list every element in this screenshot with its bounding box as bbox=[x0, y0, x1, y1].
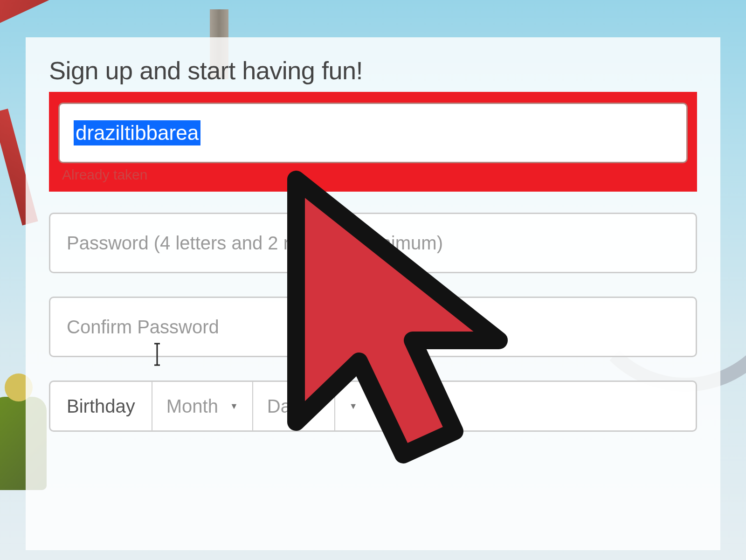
birthday-year-select[interactable]: ▼ bbox=[335, 382, 372, 430]
password-input[interactable]: Password (4 letters and 2 numbers minimu… bbox=[49, 213, 697, 273]
birthday-month-select[interactable]: Month ▼ bbox=[152, 382, 253, 430]
username-highlight-box: draziltibbarea Already taken bbox=[49, 92, 697, 192]
username-error-message: Already taken bbox=[58, 167, 688, 183]
birthday-day-label: Day bbox=[267, 396, 300, 417]
confirm-password-input[interactable]: Confirm Password bbox=[49, 297, 697, 357]
birthday-row: Birthday Month ▼ Day ▼ ▼ bbox=[49, 380, 697, 432]
birthday-label: Birthday bbox=[50, 382, 152, 430]
chevron-down-icon: ▼ bbox=[312, 401, 320, 411]
confirm-password-placeholder: Confirm Password bbox=[67, 317, 219, 338]
username-selected-text: draziltibbarea bbox=[74, 120, 200, 145]
signup-title: Sign up and start having fun! bbox=[49, 56, 697, 85]
chevron-down-icon: ▼ bbox=[230, 401, 238, 411]
birthday-month-label: Month bbox=[166, 396, 218, 417]
text-cursor-icon bbox=[152, 343, 162, 368]
signup-panel: Sign up and start having fun! draziltibb… bbox=[26, 37, 720, 550]
password-placeholder: Password (4 letters and 2 numbers minimu… bbox=[67, 233, 443, 254]
username-input[interactable]: draziltibbarea bbox=[58, 103, 688, 163]
birthday-day-select[interactable]: Day ▼ bbox=[253, 382, 335, 430]
chevron-down-icon: ▼ bbox=[349, 401, 358, 411]
